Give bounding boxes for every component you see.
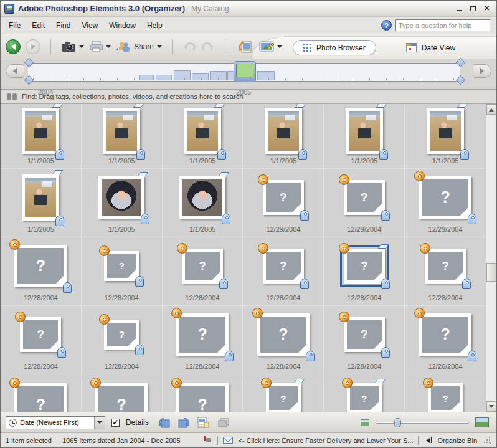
forward-button[interactable] (26, 39, 40, 54)
photo-cell[interactable]: ?12/28/2004 (82, 237, 163, 305)
photo-cell[interactable]: ?12/28/2004 (163, 306, 244, 374)
help-icon[interactable]: ? (381, 20, 392, 31)
timeline-position-marker[interactable]: ... (234, 61, 256, 82)
sort-order-dropdown[interactable]: Date (Newest First) (6, 416, 105, 429)
photo-cell[interactable]: ?12/29/2004 (405, 169, 486, 237)
photo-thumbnail[interactable] (103, 108, 140, 154)
menu-edit[interactable]: Edit (26, 19, 50, 32)
photo-cell[interactable]: ? (405, 374, 486, 412)
rotate-photo-icon[interactable] (235, 40, 254, 54)
photo-cell[interactable]: ?12/26/2004 (405, 306, 486, 374)
properties-button[interactable] (196, 416, 210, 429)
sort-dropdown-button[interactable] (94, 417, 105, 429)
missing-photo-thumbnail[interactable]: ? (347, 383, 382, 412)
resize-grip[interactable] (483, 436, 491, 444)
timeline-left-arrow[interactable] (6, 64, 24, 78)
photo-cell[interactable]: ? (1, 374, 82, 412)
print-button[interactable] (89, 41, 111, 52)
photo-thumbnail[interactable] (265, 108, 302, 154)
missing-photo-thumbnail[interactable]: ? (425, 249, 466, 284)
missing-photo-thumbnail[interactable]: ? (419, 313, 471, 356)
photo-cell[interactable]: ?12/28/2004 (1, 306, 82, 374)
slider-thumb[interactable] (394, 418, 401, 427)
photo-cell[interactable]: ?12/28/2004 (163, 237, 244, 305)
missing-photo-thumbnail[interactable]: ? (263, 180, 304, 215)
photo-thumbnail[interactable] (22, 174, 59, 221)
menu-find[interactable]: Find (50, 19, 76, 32)
missing-photo-thumbnail[interactable]: ? (266, 383, 301, 412)
missing-photo-thumbnail[interactable]: ? (344, 180, 385, 215)
photo-thumbnail[interactable] (427, 108, 464, 154)
photo-cell[interactable]: 1/1/2005 (405, 104, 486, 168)
help-question-input[interactable] (395, 19, 490, 31)
timeline-histogram-bar[interactable] (192, 73, 209, 80)
photo-cell[interactable]: 1/1/2005 (1, 169, 82, 237)
photo-cell[interactable]: ? (82, 374, 163, 412)
photo-thumbnail[interactable] (179, 176, 225, 219)
undo-icon[interactable] (182, 41, 196, 53)
photo-cell[interactable]: ?12/28/2004 (1, 237, 82, 305)
share-button[interactable]: Share (116, 41, 162, 52)
missing-photo-thumbnail[interactable]: ? (104, 320, 139, 350)
missing-photo-thumbnail[interactable]: ? (14, 245, 67, 287)
mailbox-icon[interactable] (204, 436, 212, 445)
zoom-large-icon[interactable] (475, 417, 489, 427)
missing-photo-thumbnail[interactable]: ? (419, 176, 471, 219)
missing-photo-thumbnail[interactable]: ? (263, 249, 304, 284)
menu-window[interactable]: Window (103, 19, 141, 32)
photo-cell[interactable]: 1/1/2005 (82, 169, 163, 237)
redo-icon[interactable] (201, 41, 215, 53)
rotate-left-button[interactable] (158, 416, 171, 429)
photo-cell[interactable]: ?12/28/2004 (243, 306, 324, 374)
get-photos-button[interactable] (61, 41, 84, 52)
date-view-button[interactable]: Date View (406, 43, 455, 52)
timeline-histogram-bar[interactable] (257, 71, 275, 80)
details-checkbox[interactable]: ✓ (111, 419, 120, 427)
timeline-right-arrow[interactable] (473, 64, 491, 78)
photo-cell[interactable]: ?12/29/2004 (324, 169, 405, 237)
photo-cell[interactable]: ? (163, 374, 244, 412)
missing-photo-thumbnail[interactable]: ? (176, 383, 229, 412)
photo-cell[interactable]: ? (324, 374, 405, 412)
minimize-button[interactable] (455, 4, 464, 12)
photo-cell[interactable]: ?12/29/2004 (243, 169, 324, 237)
timeline-histogram-bar[interactable] (139, 75, 154, 80)
scrollbar-thumb[interactable] (486, 263, 496, 282)
scroll-up-button[interactable] (486, 104, 496, 115)
missing-photo-thumbnail[interactable]: ? (104, 251, 139, 281)
photo-cell[interactable]: 1/1/2005 (163, 169, 244, 237)
photo-cell[interactable]: ? (243, 374, 324, 412)
vertical-scrollbar[interactable] (486, 104, 496, 412)
photo-thumbnail[interactable] (346, 108, 383, 154)
photo-cell[interactable]: ?12/28/2004 (82, 306, 163, 374)
photo-thumbnail[interactable] (98, 176, 144, 219)
menu-help[interactable]: Help (141, 19, 168, 32)
thumbnail-size-slider[interactable] (376, 417, 469, 427)
photo-thumbnail[interactable] (184, 108, 221, 154)
close-button[interactable]: × (482, 4, 491, 12)
scrollbar-track[interactable] (486, 115, 496, 401)
photo-cell[interactable]: 1/1/2005 (163, 104, 244, 168)
missing-photo-thumbnail[interactable]: ? (182, 249, 223, 284)
missing-photo-thumbnail[interactable]: ? (257, 313, 310, 356)
missing-photo-thumbnail[interactable]: ? (344, 249, 385, 284)
missing-photo-thumbnail[interactable]: ? (428, 383, 463, 412)
timeline-histogram-bar[interactable] (174, 70, 191, 80)
missing-photo-thumbnail[interactable]: ? (344, 317, 385, 352)
photo-cell[interactable]: 1/1/2005 (243, 104, 324, 168)
photo-cell[interactable]: 1/1/2005 (1, 104, 82, 168)
photo-browser-button[interactable]: Photo Browser (293, 40, 376, 55)
stack-button[interactable] (215, 417, 230, 428)
maximize-button[interactable] (468, 4, 478, 12)
menu-file[interactable]: File (3, 19, 26, 32)
rotate-right-button[interactable] (177, 416, 191, 429)
photo-cell[interactable]: 1/1/2005 (82, 104, 163, 168)
photo-thumbnail[interactable] (22, 108, 59, 154)
missing-photo-thumbnail[interactable]: ? (20, 317, 61, 352)
envelope-icon[interactable] (223, 437, 233, 444)
fix-photo-button[interactable] (259, 41, 282, 53)
photo-cell[interactable]: ?12/28/2004 (324, 306, 405, 374)
zoom-small-icon[interactable] (361, 419, 369, 426)
scroll-down-button[interactable] (486, 401, 496, 412)
back-button[interactable] (6, 39, 21, 54)
